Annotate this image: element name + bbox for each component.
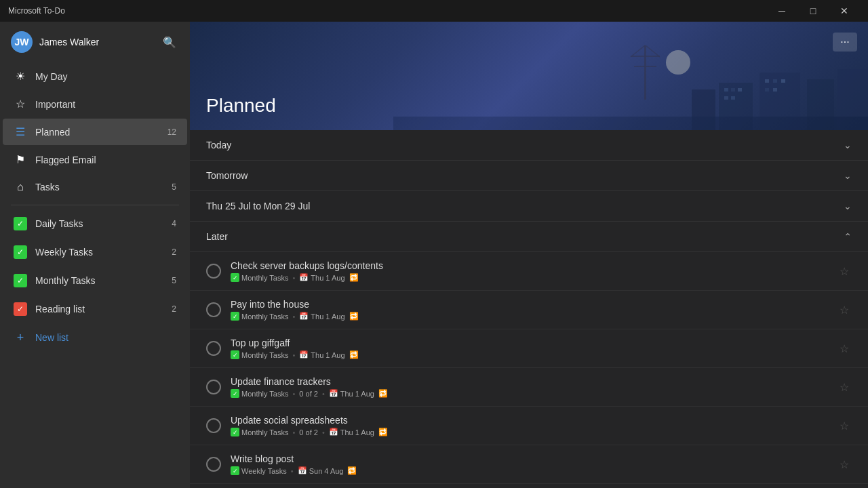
repeat-icon: 🔁: [349, 312, 359, 321]
table-row[interactable]: Update finance trackers ✓ Monthly Tasks …: [190, 368, 868, 407]
calendar-icon: 📅: [329, 428, 338, 436]
planned-icon: ☰: [14, 125, 27, 138]
list-item-daily-tasks[interactable]: ✓ Daily Tasks 4: [3, 210, 187, 237]
sidebar-item-tasks[interactable]: ⌂ Tasks 5: [3, 174, 187, 200]
subtasks-text: 0 of 2: [299, 428, 318, 436]
table-row[interactable]: Write blog post ✓ Weekly Tasks • 📅 Sun 4…: [190, 445, 868, 484]
list-item-weekly-tasks[interactable]: ✓ Weekly Tasks 2: [3, 239, 187, 266]
avatar[interactable]: JW: [11, 31, 33, 53]
subtasks-text: 0 of 2: [299, 390, 318, 398]
table-row[interactable]: Update social spreadsheets ✓ Monthly Tas…: [190, 407, 868, 445]
new-list-button[interactable]: + New list: [3, 324, 187, 351]
calendar-icon: 📅: [329, 389, 338, 398]
section-title-tomorrow: Tomorrow: [206, 170, 844, 181]
new-list-label: New list: [35, 332, 68, 343]
sidebar-header: JW James Walker 🔍: [0, 22, 190, 62]
repeat-icon: 🔁: [349, 350, 359, 359]
repeat-icon: 🔁: [378, 428, 388, 436]
svg-rect-17: [773, 79, 777, 83]
star-button[interactable]: ☆: [837, 378, 852, 396]
nav-label: Flagged Email: [35, 155, 176, 165]
section-thu-mon[interactable]: Thu 25 Jul to Mon 29 Jul ⌄: [190, 191, 868, 222]
task-meta: ✓ Monthly Tasks • 0 of 2 • 📅 Thu 1 Aug 🔁: [231, 428, 827, 436]
minimize-button[interactable]: ─: [766, 0, 797, 22]
more-options-button[interactable]: ···: [833, 33, 857, 52]
meta-dot: •: [293, 390, 296, 398]
task-info: Pay into the house ✓ Monthly Tasks • 📅 T…: [231, 299, 827, 321]
svg-rect-2: [631, 56, 660, 57]
task-complete-circle[interactable]: [206, 302, 221, 317]
section-tomorrow[interactable]: Tomorrow ⌄: [190, 161, 868, 191]
task-title: Check server backups logs/contents: [231, 260, 827, 271]
list-check-icon: ✓: [231, 312, 239, 321]
task-complete-circle[interactable]: [206, 264, 221, 279]
star-button[interactable]: ☆: [837, 417, 852, 435]
flag-icon: ⚑: [14, 153, 27, 166]
calendar-icon: 📅: [299, 350, 309, 359]
list-icon-reading-list: ✓: [14, 302, 27, 316]
svg-rect-16: [765, 79, 769, 83]
section-later[interactable]: Later ⌄: [190, 222, 868, 252]
list-count: 2: [172, 304, 176, 314]
task-complete-circle[interactable]: [206, 457, 221, 472]
task-list-tag: ✓ Monthly Tasks: [231, 389, 289, 398]
task-meta: ✓ Monthly Tasks • 📅 Thu 1 Aug 🔁: [231, 273, 827, 282]
task-complete-circle[interactable]: [206, 418, 221, 433]
main-header: Planned ···: [190, 22, 868, 130]
sidebar-item-important[interactable]: ☆ Important: [3, 91, 187, 117]
table-row[interactable]: Pay into the house ✓ Monthly Tasks • 📅 T…: [190, 291, 868, 329]
list-check-icon: ✓: [231, 428, 239, 436]
star-button[interactable]: ☆: [837, 455, 852, 474]
task-meta: ✓ Monthly Tasks • 📅 Thu 1 Aug 🔁: [231, 350, 827, 359]
add-task-row[interactable]: + Add a task due today: [190, 484, 868, 488]
list-icon-daily-tasks: ✓: [14, 217, 27, 230]
star-button[interactable]: ☆: [837, 301, 852, 319]
search-button[interactable]: 🔍: [160, 33, 179, 52]
task-title: Write blog post: [231, 453, 827, 464]
task-meta: ✓ Weekly Tasks • 📅 Sun 4 Aug 🔁: [231, 466, 827, 475]
list-check-icon: ✓: [231, 273, 239, 282]
table-row[interactable]: Top up giffgaff ✓ Monthly Tasks • 📅 Thu …: [190, 329, 868, 368]
list-item-monthly-tasks[interactable]: ✓ Monthly Tasks 5: [3, 267, 187, 294]
tasks-icon: ⌂: [14, 181, 27, 193]
task-date: 📅 Thu 1 Aug: [299, 273, 344, 282]
list-count: 2: [172, 247, 176, 257]
repeat-icon: 🔁: [378, 389, 388, 398]
table-row[interactable]: Check server backups logs/contents ✓ Mon…: [190, 252, 868, 291]
sidebar-item-my-day[interactable]: ☀ My Day: [3, 63, 187, 89]
task-list-name: Weekly Tasks: [241, 467, 287, 475]
sun-icon: ☀: [14, 70, 27, 83]
task-list-tag: ✓ Monthly Tasks: [231, 273, 289, 282]
star-button[interactable]: ☆: [837, 262, 852, 281]
meta-dot: •: [322, 428, 325, 436]
close-button[interactable]: ✕: [829, 0, 860, 22]
task-date: 📅 Thu 1 Aug: [299, 350, 344, 359]
list-check-icon: ✓: [231, 389, 239, 398]
list-count: 4: [172, 219, 176, 228]
task-list-tag: ✓ Monthly Tasks: [231, 350, 289, 359]
list-item-reading-list[interactable]: ✓ Reading list 2: [3, 296, 187, 323]
username: James Walker: [39, 37, 153, 47]
task-title: Update finance trackers: [231, 376, 827, 387]
svg-rect-19: [765, 88, 769, 92]
chevron-thu-mon-icon: ⌄: [844, 201, 852, 211]
window-controls: ─ □ ✕: [766, 0, 860, 22]
task-list-tag: ✓ Weekly Tasks: [231, 466, 287, 475]
task-list-name: Monthly Tasks: [241, 274, 289, 282]
list-name: Monthly Tasks: [35, 275, 163, 286]
divider: [11, 205, 179, 205]
task-complete-circle[interactable]: [206, 341, 221, 356]
maximize-button[interactable]: □: [797, 0, 829, 22]
sidebar-item-flagged-email[interactable]: ⚑ Flagged Email: [3, 146, 187, 173]
section-today[interactable]: Today ⌄: [190, 130, 868, 161]
task-title: Top up giffgaff: [231, 338, 827, 348]
cityscape-graphic: [393, 42, 868, 130]
task-complete-circle[interactable]: [206, 380, 221, 394]
task-info: Top up giffgaff ✓ Monthly Tasks • 📅 Thu …: [231, 338, 827, 359]
star-button[interactable]: ☆: [837, 340, 852, 358]
section-title-later: Later: [206, 231, 844, 242]
task-date: 📅 Sun 4 Aug: [298, 466, 344, 475]
calendar-icon: 📅: [299, 312, 309, 321]
sidebar-item-planned[interactable]: ☰ Planned 12: [3, 119, 187, 145]
svg-rect-21: [393, 117, 868, 130]
